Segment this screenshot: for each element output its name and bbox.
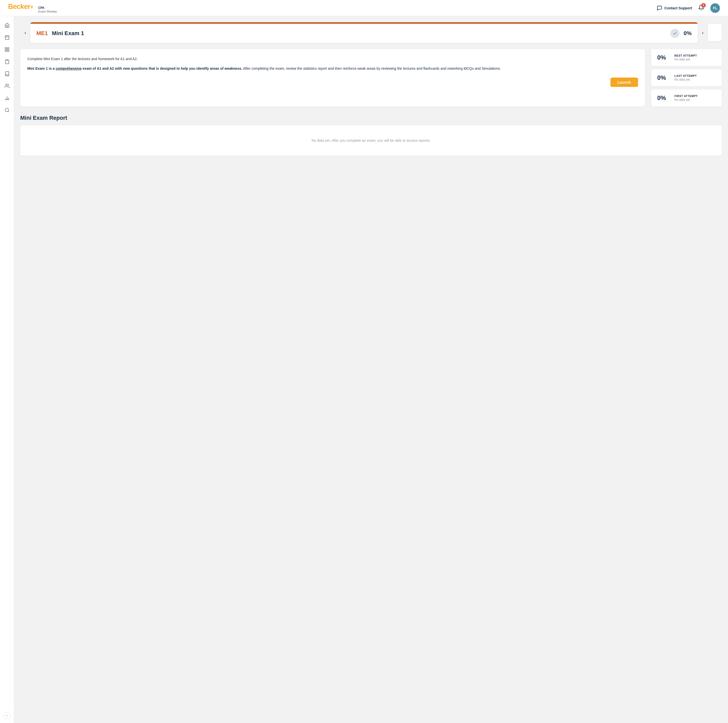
exam-card-container: ‹ ME1 Mini Exam 1 0% › — [20, 22, 722, 43]
stat-card-first: 0% FIRST ATTEMPT No data yet. — [651, 89, 722, 107]
contact-support-link[interactable]: Contact Support — [657, 5, 692, 11]
description-box: Complete Mini Exam 1 after the lectures … — [20, 49, 645, 107]
svg-rect-7 — [5, 50, 6, 52]
sidebar-item-book[interactable] — [2, 69, 12, 79]
contact-icon — [657, 5, 662, 11]
header: Becker+ CPA Exam Review Contact Support … — [0, 0, 728, 16]
expand-button[interactable]: › — [3, 712, 11, 719]
description-intro: Complete Mini Exam 1 after the lectures … — [27, 56, 638, 62]
sidebar-item-grid[interactable] — [2, 44, 12, 55]
svg-point-14 — [5, 108, 8, 112]
sidebar-item-users[interactable] — [2, 81, 12, 91]
sidebar-item-search[interactable] — [2, 105, 12, 115]
prev-nav-button[interactable]: ‹ — [20, 27, 30, 38]
sidebar-item-clipboard[interactable] — [2, 56, 12, 67]
sidebar: › — [0, 16, 14, 723]
notification-button[interactable]: 5 — [698, 5, 704, 12]
stat-last-percent: 0% — [657, 74, 669, 81]
stat-card-last: 0% LAST ATTEMPT No data yet. — [651, 69, 722, 86]
notification-badge: 5 — [701, 3, 706, 8]
stat-first-percent: 0% — [657, 95, 669, 102]
stat-best-sub: No data yet. — [674, 58, 697, 61]
logo-plus: + — [30, 4, 33, 10]
sidebar-item-chart[interactable] — [2, 93, 12, 103]
stats-box: 0% BEST ATTEMPT No data yet. 0% LAST ATT… — [651, 49, 722, 107]
report-section: Mini Exam Report No data yet. After you … — [20, 115, 722, 156]
header-subtitle: CPA Exam Review — [38, 6, 57, 14]
exam-card-body: ME1 Mini Exam 1 0% — [30, 24, 697, 43]
report-box: No data yet. After you complete an exam,… — [20, 125, 722, 156]
sidebar-item-home[interactable] — [2, 20, 12, 31]
exam-status: 0% — [670, 29, 691, 38]
stat-last-label: LAST ATTEMPT — [674, 74, 697, 77]
sidebar-item-calendar[interactable] — [2, 32, 12, 43]
check-badge — [670, 29, 679, 38]
stat-best-info: BEST ATTEMPT No data yet. — [674, 54, 697, 61]
svg-rect-5 — [7, 48, 9, 49]
sidebar-expand[interactable]: › — [0, 712, 14, 719]
svg-rect-0 — [5, 36, 9, 40]
logo-text: Becker — [8, 3, 30, 11]
stat-first-info: FIRST ATTEMPT No data yet. — [674, 95, 697, 102]
avatar[interactable]: FL — [710, 3, 720, 13]
svg-point-9 — [6, 84, 7, 86]
launch-btn-wrapper: Launch — [27, 78, 638, 87]
logo: Becker+ — [8, 3, 33, 11]
exam-title: Mini Exam 1 — [52, 30, 84, 37]
exam-percent: 0% — [684, 30, 691, 37]
exam-review-label: Exam Review — [38, 10, 57, 14]
cpa-label: CPA — [38, 6, 57, 9]
stat-first-label: FIRST ATTEMPT — [674, 95, 697, 98]
stat-last-sub: No data yet. — [674, 78, 697, 81]
main-content: ‹ ME1 Mini Exam 1 0% › Complete Mini Exa… — [14, 16, 728, 723]
exam-card: ME1 Mini Exam 1 0% — [30, 22, 697, 43]
stat-best-label: BEST ATTEMPT — [674, 54, 697, 57]
stat-card-best: 0% BEST ATTEMPT No data yet. — [651, 49, 722, 66]
right-placeholder-card — [708, 24, 722, 41]
report-title: Mini Exam Report — [20, 115, 722, 121]
svg-rect-4 — [5, 48, 6, 49]
svg-rect-8 — [6, 59, 8, 60]
svg-line-15 — [8, 111, 9, 112]
svg-rect-6 — [7, 50, 9, 52]
header-left: Becker+ CPA Exam Review — [8, 3, 57, 14]
stat-first-sub: No data yet. — [674, 98, 697, 102]
description-bold-intro: Mini Exam 1 is a comprehensive exam of A… — [27, 66, 242, 70]
contact-support-label: Contact Support — [664, 6, 692, 10]
stat-best-percent: 0% — [657, 54, 669, 61]
exam-code: ME1 — [37, 30, 48, 37]
launch-button[interactable]: Launch — [610, 78, 638, 87]
description-detail: Mini Exam 1 is a comprehensive exam of A… — [27, 66, 638, 71]
report-empty-text: No data yet. After you complete an exam,… — [312, 139, 431, 142]
stat-last-info: LAST ATTEMPT No data yet. — [674, 74, 697, 81]
next-nav-button[interactable]: › — [697, 27, 708, 38]
header-right: Contact Support 5 FL — [657, 3, 720, 13]
content-row: Complete Mini Exam 1 after the lectures … — [20, 49, 722, 107]
